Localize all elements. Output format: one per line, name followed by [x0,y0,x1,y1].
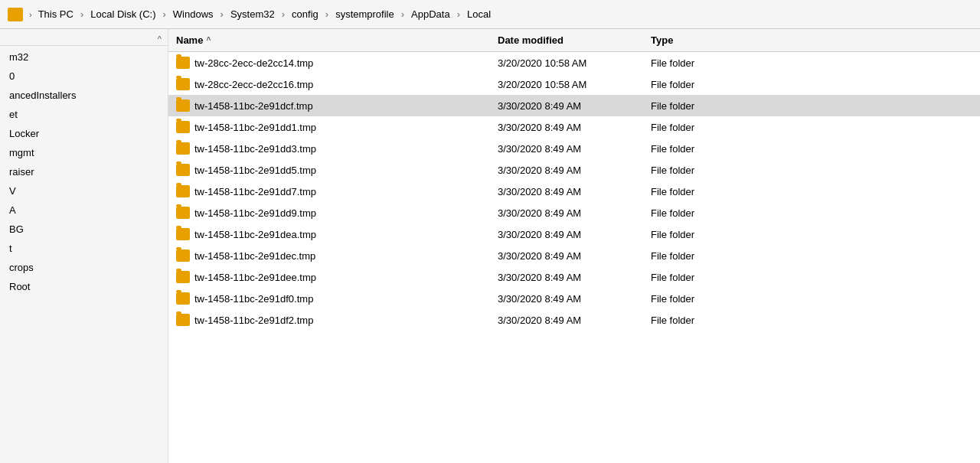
sidebar-item-6[interactable]: raiser [0,162,168,181]
file-date-col: 3/30/2020 8:49 AM [490,162,643,178]
file-name-text: tw-1458-11bc-2e91dea.tmp [194,229,316,240]
table-row[interactable]: tw-1458-11bc-2e91dd9.tmp3/30/2020 8:49 A… [168,202,980,223]
file-name-col: tw-1458-11bc-2e91dee.tmp [168,269,490,285]
file-date-col: 3/30/2020 8:49 AM [490,269,643,285]
col-header-name[interactable]: Name ^ [168,32,490,48]
folder-icon [176,314,190,326]
file-name-col: tw-1458-11bc-2e91dd9.tmp [168,204,490,221]
file-name-col: tw-1458-11bc-2e91df2.tmp [168,311,490,328]
folder-icon [176,78,190,90]
file-date-col: 3/30/2020 8:49 AM [490,227,643,243]
file-name-col: tw-1458-11bc-2e91dec.tmp [168,247,490,264]
file-name-col: tw-1458-11bc-2e91dea.tmp [168,226,490,243]
file-name-col: tw-1458-11bc-2e91df0.tmp [168,290,490,307]
file-date-col: 3/30/2020 8:49 AM [490,291,643,307]
col-header-date[interactable]: Date modified [490,32,643,48]
col-header-type[interactable]: Type [643,32,758,48]
table-row[interactable]: tw-1458-11bc-2e91df0.tmp3/30/2020 8:49 A… [168,288,980,309]
breadcrumb-windows[interactable]: Windows [173,8,214,20]
file-date-col: 3/30/2020 8:49 AM [490,98,643,114]
file-type-col: File folder [643,291,758,307]
table-row[interactable]: tw-28cc-2ecc-de2cc16.tmp3/20/2020 10:58 … [168,73,980,95]
file-type-col: File folder [643,119,758,135]
folder-icon [176,249,190,262]
folder-icon [176,99,190,112]
table-row[interactable]: tw-1458-11bc-2e91dea.tmp3/30/2020 8:49 A… [168,223,980,245]
sidebar-sort-arrow: ^ [158,34,162,44]
file-date-col: 3/30/2020 8:49 AM [490,184,643,200]
file-date-col: 3/30/2020 8:49 AM [490,119,643,135]
file-name-text: tw-28cc-2ecc-de2cc16.tmp [194,79,313,90]
sidebar-item-1[interactable]: 0 [0,67,168,86]
sidebar-item-7[interactable]: V [0,181,168,201]
table-row[interactable]: tw-1458-11bc-2e91dd7.tmp3/30/2020 8:49 A… [168,181,980,202]
file-name-text: tw-28cc-2ecc-de2cc14.tmp [194,57,313,69]
table-row[interactable]: tw-1458-11bc-2e91dec.tmp3/30/2020 8:49 A… [168,245,980,266]
table-row[interactable]: tw-1458-11bc-2e91dd3.tmp3/30/2020 8:49 A… [168,138,980,159]
table-row[interactable]: tw-28cc-2ecc-de2cc14.tmp3/20/2020 10:58 … [168,52,980,73]
breadcrumb-systemprofile[interactable]: systemprofile [335,8,394,20]
file-date-col: 3/20/2020 10:58 AM [490,77,643,93]
table-row[interactable]: tw-1458-11bc-2e91dd1.tmp3/30/2020 8:49 A… [168,116,980,138]
file-date-col: 3/30/2020 8:49 AM [490,312,643,328]
address-bar: › This PC › Local Disk (C:) › Windows › … [0,0,980,29]
sidebar-item-5[interactable]: mgmt [0,143,168,162]
sidebar-item-11[interactable]: crops [0,258,168,277]
sidebar[interactable]: ^ m32 0 ancedInstallers et Locker mgmt r… [0,29,168,463]
file-name-col: tw-28cc-2ecc-de2cc14.tmp [168,54,490,71]
folder-icon [176,228,190,240]
sidebar-item-2[interactable]: ancedInstallers [0,86,168,105]
file-date-col: 3/20/2020 10:58 AM [490,55,643,71]
table-row[interactable]: tw-1458-11bc-2e91dcf.tmp3/30/2020 8:49 A… [168,95,980,116]
file-name-text: tw-1458-11bc-2e91dd1.tmp [194,122,316,133]
folder-icon [176,185,190,197]
file-name-text: tw-1458-11bc-2e91dd3.tmp [194,143,316,155]
breadcrumb-appdata[interactable]: AppData [411,8,450,20]
folder-icon [176,164,190,176]
breadcrumb-thispc[interactable]: This PC [38,8,74,20]
file-name-text: tw-1458-11bc-2e91df2.tmp [194,315,313,326]
file-name-text: tw-1458-11bc-2e91dee.tmp [194,272,316,283]
file-type-col: File folder [643,248,758,264]
sidebar-item-4[interactable]: Locker [0,124,168,143]
sidebar-item-10[interactable]: t [0,239,168,258]
file-date-col: 3/30/2020 8:49 AM [490,205,643,221]
file-name-text: tw-1458-11bc-2e91df0.tmp [194,293,313,305]
file-name-col: tw-28cc-2ecc-de2cc16.tmp [168,76,490,93]
file-type-col: File folder [643,205,758,221]
sidebar-item-0[interactable]: m32 [0,47,168,67]
sidebar-item-8[interactable]: A [0,201,168,220]
file-list-container[interactable]: Name ^ Date modified Type tw-28cc-2ecc-d… [168,29,980,463]
explorer-window: › This PC › Local Disk (C:) › Windows › … [0,0,980,463]
sidebar-item-3[interactable]: et [0,105,168,124]
folder-icon [176,121,190,133]
table-row[interactable]: tw-1458-11bc-2e91dd5.tmp3/30/2020 8:49 A… [168,159,980,181]
breadcrumb-system32[interactable]: System32 [230,8,275,20]
file-name-text: tw-1458-11bc-2e91dd5.tmp [194,165,316,176]
table-row[interactable]: tw-1458-11bc-2e91df2.tmp3/30/2020 8:49 A… [168,309,980,331]
folder-icon [176,57,190,69]
folder-icon [176,271,190,283]
breadcrumb-config[interactable]: config [292,8,318,20]
file-date-col: 3/30/2020 8:49 AM [490,248,643,264]
file-type-col: File folder [643,55,758,71]
breadcrumb-local[interactable]: Local [467,8,491,20]
breadcrumb-localdisk[interactable]: Local Disk (C:) [90,8,155,20]
file-name-col: tw-1458-11bc-2e91dcf.tmp [168,97,490,114]
file-name-text: tw-1458-11bc-2e91dcf.tmp [194,100,313,112]
file-rows-container: tw-28cc-2ecc-de2cc14.tmp3/20/2020 10:58 … [168,52,980,331]
folder-icon [176,292,190,305]
folder-icon [8,8,23,21]
main-content: ^ m32 0 ancedInstallers et Locker mgmt r… [0,29,980,463]
file-name-text: tw-1458-11bc-2e91dd7.tmp [194,186,316,197]
column-headers: Name ^ Date modified Type [168,29,980,52]
sidebar-item-9[interactable]: BG [0,220,168,239]
sidebar-item-12[interactable]: Root [0,277,168,296]
name-sort-indicator: ^ [206,36,211,44]
table-row[interactable]: tw-1458-11bc-2e91dee.tmp3/30/2020 8:49 A… [168,266,980,288]
file-name-col: tw-1458-11bc-2e91dd3.tmp [168,140,490,157]
file-date-col: 3/30/2020 8:49 AM [490,141,643,157]
file-type-col: File folder [643,227,758,243]
file-type-col: File folder [643,98,758,114]
file-type-col: File folder [643,184,758,200]
